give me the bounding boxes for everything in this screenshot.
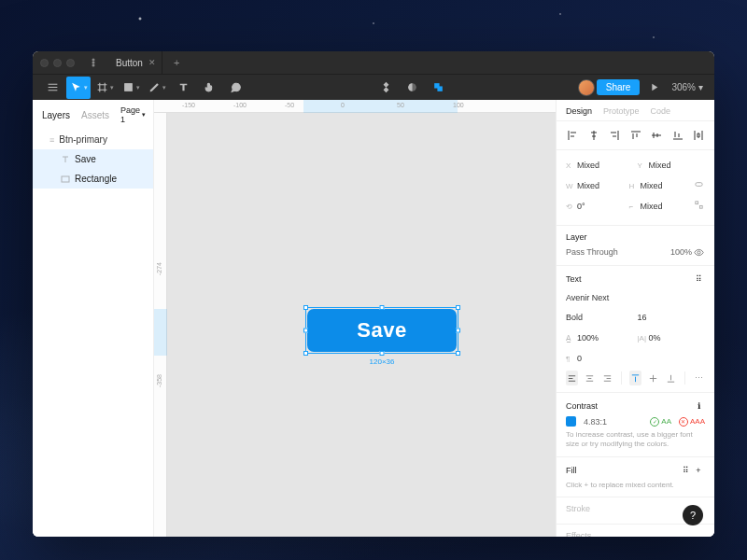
figma-logo-icon bbox=[88, 57, 99, 68]
contrast-section: Contrastℹ 4.83:1 ✓AA ✕AAA To increase co… bbox=[557, 393, 714, 457]
design-tab[interactable]: Design bbox=[566, 106, 592, 116]
text-style-icon[interactable]: ⠿ bbox=[692, 273, 705, 286]
text-more-icon[interactable]: ⋯ bbox=[693, 371, 705, 385]
window-traffic-lights[interactable] bbox=[40, 59, 75, 67]
canvas-button-label: Save bbox=[357, 318, 406, 343]
text-layer-icon bbox=[61, 155, 70, 164]
h-field[interactable]: HMixed bbox=[629, 177, 689, 194]
line-height[interactable]: A̲100% bbox=[566, 329, 634, 346]
corner-field[interactable]: ⌐Mixed bbox=[629, 198, 689, 215]
frame-tool[interactable]: ▾ bbox=[92, 77, 117, 99]
main-toolbar: ▾ ▾ ▾ ▾ Share 306%▾ bbox=[33, 74, 714, 100]
app-body: Layers Assets Page 1 ▾ ≡ Btn-primary Sav… bbox=[33, 100, 714, 537]
mask-icon[interactable] bbox=[401, 77, 425, 99]
effects-section: Effects bbox=[557, 525, 714, 537]
shape-tool[interactable]: ▾ bbox=[119, 77, 143, 99]
prototype-tab[interactable]: Prototype bbox=[603, 106, 640, 116]
layers-tab[interactable]: Layers bbox=[42, 110, 70, 120]
layer-rect[interactable]: Rectangle bbox=[33, 169, 153, 189]
layer-title: Layer bbox=[566, 232, 587, 242]
x-field[interactable]: XMixed bbox=[566, 157, 634, 174]
layer-label: Save bbox=[75, 154, 96, 164]
contrast-hint: To increase contrast, use a bigger font … bbox=[566, 430, 705, 450]
fill-style-icon[interactable]: ⠿ bbox=[679, 464, 692, 477]
align-bottom-icon[interactable] bbox=[671, 129, 684, 142]
page-selector[interactable]: Page 1 ▾ bbox=[120, 105, 146, 124]
align-left-icon[interactable] bbox=[566, 129, 579, 142]
file-tab-label: Button bbox=[116, 58, 143, 68]
contrast-title: Contrast bbox=[566, 401, 598, 411]
layer-label: Rectangle bbox=[75, 174, 117, 184]
font-family[interactable]: Avenir Next bbox=[566, 289, 705, 306]
contrast-aaa-badge: ✕AAA bbox=[679, 417, 705, 427]
distribute-icon[interactable] bbox=[692, 129, 705, 142]
move-tool[interactable]: ▾ bbox=[66, 77, 91, 99]
svg-rect-9 bbox=[699, 205, 702, 208]
canvas-area[interactable]: -150-100-50 050100 -274-358 Save 120×36 bbox=[154, 100, 556, 537]
add-tab-button[interactable]: + bbox=[174, 57, 179, 68]
boolean-icon[interactable] bbox=[427, 77, 451, 99]
present-button[interactable] bbox=[641, 77, 666, 99]
layer-label: Btn-primary bbox=[59, 134, 107, 145]
contrast-swatch-icon bbox=[566, 416, 576, 427]
paragraph-spacing[interactable]: ¶0 bbox=[566, 350, 634, 367]
text-align-left-icon[interactable] bbox=[566, 371, 578, 385]
font-size[interactable]: 16 bbox=[638, 309, 706, 326]
user-avatar[interactable] bbox=[578, 79, 595, 96]
w-field[interactable]: WMixed bbox=[566, 177, 626, 194]
assets-tab[interactable]: Assets bbox=[81, 110, 109, 120]
close-tab-icon[interactable]: ✕ bbox=[148, 58, 156, 67]
comment-tool[interactable] bbox=[223, 77, 247, 99]
share-button[interactable]: Share bbox=[597, 79, 641, 95]
rect-layer-icon bbox=[61, 175, 70, 184]
layer-section: Layer Pass Through 100% bbox=[557, 226, 714, 266]
svg-point-2 bbox=[92, 64, 95, 67]
text-align-center-icon[interactable] bbox=[584, 371, 596, 385]
effects-title: Effects bbox=[566, 531, 591, 537]
fill-add-icon[interactable]: + bbox=[692, 464, 705, 477]
canvas-button-object[interactable]: Save bbox=[307, 309, 457, 352]
svg-rect-7 bbox=[62, 176, 69, 182]
app-window: Button ✕ + ▾ ▾ ▾ ▾ bbox=[33, 51, 714, 537]
selection-dimensions: 120×36 bbox=[307, 357, 457, 366]
text-valign-bottom-icon[interactable] bbox=[665, 371, 677, 385]
file-tab[interactable]: Button ✕ bbox=[110, 51, 162, 74]
opacity-field[interactable]: 100% bbox=[670, 247, 692, 257]
pen-tool[interactable]: ▾ bbox=[145, 77, 169, 99]
visibility-icon[interactable] bbox=[692, 245, 705, 259]
align-hcenter-icon[interactable] bbox=[587, 129, 600, 142]
align-vcenter-icon[interactable] bbox=[650, 129, 663, 142]
transform-section: XMixed YMixed WMixed HMixed ⟲0° ⌐Mixed bbox=[557, 150, 714, 226]
corner-detail-icon[interactable] bbox=[692, 198, 705, 211]
fill-hint: Click + to replace mixed content. bbox=[566, 481, 705, 490]
text-valign-top-icon[interactable] bbox=[629, 371, 641, 385]
align-right-icon[interactable] bbox=[608, 129, 621, 142]
component-icon[interactable] bbox=[374, 77, 399, 99]
font-weight[interactable]: Bold bbox=[566, 309, 634, 326]
contrast-info-icon[interactable]: ℹ bbox=[692, 399, 705, 413]
hand-tool[interactable] bbox=[197, 77, 221, 99]
text-tool[interactable] bbox=[171, 77, 195, 99]
menu-button[interactable] bbox=[40, 77, 64, 99]
constrain-icon[interactable] bbox=[692, 177, 705, 190]
fill-title: Fill bbox=[566, 466, 577, 475]
contrast-aa-badge: ✓AA bbox=[650, 417, 671, 427]
svg-rect-3 bbox=[124, 84, 132, 91]
text-valign-middle-icon[interactable] bbox=[647, 371, 659, 385]
left-panel: Layers Assets Page 1 ▾ ≡ Btn-primary Sav… bbox=[33, 100, 154, 537]
y-field[interactable]: YMixed bbox=[638, 157, 706, 174]
frame-icon: ≡ bbox=[49, 135, 54, 145]
contrast-ratio: 4.83:1 bbox=[584, 417, 607, 427]
svg-point-10 bbox=[697, 250, 699, 253]
align-top-icon[interactable] bbox=[629, 129, 642, 142]
code-tab[interactable]: Code bbox=[651, 106, 671, 116]
rotation-field[interactable]: ⟲0° bbox=[566, 198, 626, 215]
layer-text[interactable]: Save bbox=[33, 149, 153, 169]
blend-mode[interactable]: Pass Through bbox=[566, 247, 670, 257]
help-button[interactable]: ? bbox=[683, 505, 703, 525]
svg-rect-8 bbox=[695, 201, 698, 203]
zoom-menu[interactable]: 306%▾ bbox=[668, 82, 707, 92]
letter-spacing[interactable]: |A|0% bbox=[638, 329, 706, 346]
text-align-right-icon[interactable] bbox=[601, 371, 613, 385]
layer-frame[interactable]: ≡ Btn-primary bbox=[33, 130, 153, 149]
